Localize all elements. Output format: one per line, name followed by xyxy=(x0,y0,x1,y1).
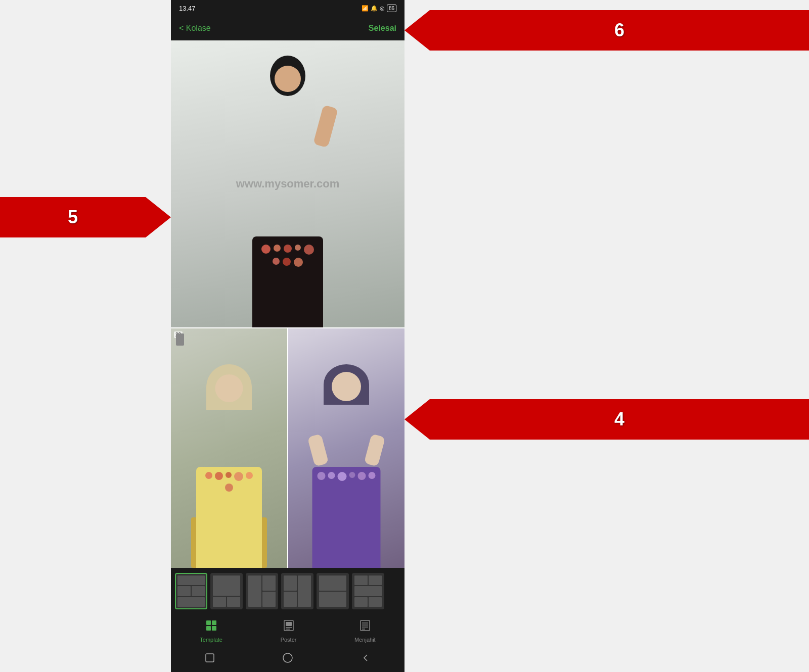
tab-menjahit[interactable]: Menjahit xyxy=(354,619,376,643)
template-item-2[interactable] xyxy=(210,573,243,609)
svg-rect-1 xyxy=(212,620,216,625)
collage-area: www.mysomer.com 22 xyxy=(171,40,404,568)
back-button[interactable]: < Kolase xyxy=(179,24,211,33)
template-cell xyxy=(177,575,205,585)
menjahit-label: Menjahit xyxy=(354,637,376,643)
battery-indicator: 86 xyxy=(387,5,396,12)
arrow-5: 5 xyxy=(0,197,171,237)
template-item-4[interactable] xyxy=(281,573,313,609)
done-button[interactable]: Selesai xyxy=(369,24,396,33)
svg-rect-13 xyxy=(206,654,214,662)
arrow-5-label: 5 xyxy=(68,207,78,228)
arrow-5-body: 5 xyxy=(0,197,146,237)
poster-label: Poster xyxy=(281,637,297,643)
home-button[interactable] xyxy=(203,651,217,665)
back-button-android[interactable] xyxy=(358,651,373,665)
arrow-4: 4 xyxy=(404,399,809,440)
template-item-6[interactable] xyxy=(352,573,384,609)
tab-template[interactable]: Template xyxy=(200,619,222,643)
top-photo-inner: www.mysomer.com xyxy=(171,40,404,327)
navigation-bar: < Kolase Selesai xyxy=(171,16,404,40)
menjahit-icon xyxy=(359,619,371,635)
template-item-1[interactable] xyxy=(175,573,207,609)
arrow-6-label: 6 xyxy=(614,20,624,41)
template-icon xyxy=(205,619,217,635)
bottom-right-photo[interactable] xyxy=(288,328,404,568)
status-time: 13.47 xyxy=(179,5,196,12)
arrow-5-head xyxy=(146,197,171,237)
bottom-photo-row: 22 xyxy=(171,327,404,568)
template-cell xyxy=(177,586,191,596)
door-element xyxy=(176,333,184,346)
phone-screen: 13.47 📶 🔔 ◎ 86 < Kolase Selesai xyxy=(171,0,404,672)
svg-rect-0 xyxy=(206,620,211,625)
top-photo[interactable]: www.mysomer.com xyxy=(171,40,404,327)
template-cell xyxy=(177,597,205,607)
arrow-4-body: 4 xyxy=(430,399,809,440)
bottom-left-photo-inner: 22 xyxy=(171,328,287,568)
template-label: Template xyxy=(200,637,222,643)
svg-rect-3 xyxy=(212,626,216,631)
status-icons: 📶 🔔 ◎ 86 xyxy=(362,5,396,12)
arrow-4-head xyxy=(404,399,430,440)
arrow-6-body: 6 xyxy=(430,10,809,51)
bottom-right-photo-inner xyxy=(288,328,404,568)
circle-button[interactable] xyxy=(281,651,295,665)
arrow-6-head xyxy=(404,10,430,51)
android-nav xyxy=(171,646,404,672)
status-bar: 13.47 📶 🔔 ◎ 86 xyxy=(171,0,404,16)
svg-rect-2 xyxy=(206,626,211,631)
arrow-6: 6 xyxy=(404,10,809,51)
alarm-icon: 🔔 xyxy=(371,5,378,12)
template-item-5[interactable] xyxy=(317,573,349,609)
template-cell xyxy=(192,586,205,596)
svg-point-14 xyxy=(283,653,292,662)
tab-bar: Template Poster xyxy=(171,614,404,646)
bottom-left-photo[interactable]: 22 xyxy=(171,328,288,568)
bottom-toolbar: Template Poster xyxy=(171,568,404,672)
svg-rect-5 xyxy=(286,622,292,626)
location-icon: ◎ xyxy=(380,5,385,12)
template-item-3[interactable] xyxy=(246,573,278,609)
poster-icon xyxy=(283,619,295,635)
signal-icon: 📶 xyxy=(362,5,369,12)
tab-poster[interactable]: Poster xyxy=(281,619,297,643)
arrow-4-label: 4 xyxy=(614,409,624,430)
template-selector xyxy=(171,568,404,614)
